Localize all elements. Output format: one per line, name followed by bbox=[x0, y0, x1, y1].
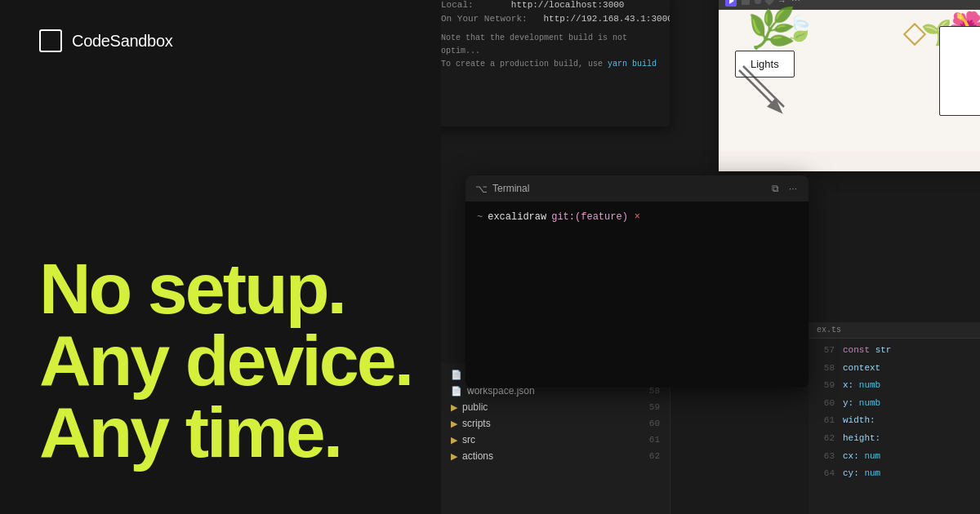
code-text: context bbox=[843, 361, 880, 376]
terminal-prompt: ~ excalidraw git:(feature) × bbox=[477, 211, 797, 223]
diamond-icon[interactable] bbox=[764, 0, 773, 6]
file-icon: 📄 bbox=[451, 370, 462, 380]
code-line-number: 63 bbox=[815, 450, 835, 464]
code-line-number: 60 bbox=[815, 397, 835, 411]
code-line-number: 58 bbox=[815, 361, 835, 376]
hero-text: No setup. Any device. Any time. bbox=[39, 253, 434, 485]
folder-icon: ▶ bbox=[451, 451, 457, 462]
code-text: cy: num bbox=[843, 467, 880, 481]
code-line: 61width: bbox=[808, 412, 980, 430]
code-line-number: 59 bbox=[815, 379, 835, 393]
figma-window: → ⋯ 🌿 🌺 🌱 🍃 Lights bbox=[719, 0, 980, 171]
code-text: cx: num bbox=[843, 450, 880, 464]
logo-text: CodeSandbox bbox=[72, 32, 172, 51]
file-name: public bbox=[462, 401, 635, 413]
code-line: 58context bbox=[808, 360, 980, 378]
terminal-window: ⌥ Terminal ⧉ ··· ~ excalidraw git:(featu… bbox=[466, 175, 808, 388]
code-line-number: 61 bbox=[815, 414, 835, 428]
code-text: x: numb bbox=[843, 379, 880, 393]
file-name: scripts bbox=[462, 418, 635, 429]
code-line: 60y: numb bbox=[808, 395, 980, 413]
right-section: Local: http://localhost:3000 On Your Net… bbox=[441, 0, 980, 514]
hero-line-3: Any time. bbox=[39, 397, 434, 468]
file-name: src bbox=[462, 434, 635, 445]
terminal-top-bar: ⌥ Terminal ⧉ ··· bbox=[466, 175, 808, 202]
code-content: 57const str58context59x: numb60y: numb61… bbox=[808, 339, 980, 486]
line-number: 61 bbox=[640, 435, 660, 445]
code-filename: ex.ts bbox=[808, 322, 980, 339]
record-icon[interactable] bbox=[755, 0, 761, 4]
figma-canvas: 🌿 🌺 🌱 🍃 Lights bbox=[719, 10, 980, 152]
plant-decoration-4: 🍃 bbox=[784, 14, 814, 42]
code-text: y: numb bbox=[843, 397, 880, 411]
file-tree-item[interactable]: ▶public59 bbox=[441, 399, 670, 415]
local-url: http://localhost:3000 bbox=[511, 0, 625, 10]
file-icon: 📄 bbox=[451, 386, 462, 397]
line-number: 60 bbox=[640, 419, 660, 428]
hero-line-1: No setup. bbox=[39, 253, 434, 325]
code-line: 64cy: num bbox=[808, 465, 980, 483]
logo-container: CodeSandbox bbox=[39, 29, 434, 52]
file-tree-item[interactable]: ▶actions62 bbox=[441, 448, 670, 464]
logo-icon bbox=[39, 29, 62, 52]
file-tree-item[interactable]: ▶scripts60 bbox=[441, 415, 670, 432]
line-number: 59 bbox=[640, 402, 660, 412]
code-text: height: bbox=[843, 432, 880, 446]
code-editor-panel: ex.ts 57const str58context59x: numb60y: … bbox=[808, 322, 980, 514]
code-text: const str bbox=[843, 343, 891, 358]
code-line: 57const str bbox=[808, 342, 980, 360]
code-line-number: 64 bbox=[815, 467, 835, 481]
white-card bbox=[939, 26, 980, 116]
prompt-arrow: ~ bbox=[477, 211, 483, 223]
terminal-icon: ⌥ bbox=[475, 183, 488, 195]
terminal-title: ⌥ Terminal bbox=[475, 183, 529, 195]
prompt-dir: excalidraw bbox=[488, 211, 546, 223]
svg-line-2 bbox=[739, 70, 780, 111]
file-name: actions bbox=[462, 450, 635, 462]
dev-server-window: Local: http://localhost:3000 On Your Net… bbox=[441, 0, 670, 126]
prompt-branch: git:(feature) bbox=[551, 211, 628, 223]
arrow-svg bbox=[731, 62, 796, 127]
dev-note: Note that the development build is not o… bbox=[441, 32, 662, 71]
terminal-body: ~ excalidraw git:(feature) × bbox=[466, 202, 808, 388]
terminal-more-button[interactable]: ··· bbox=[787, 183, 799, 194]
code-line-number: 57 bbox=[815, 343, 835, 358]
folder-icon: ▶ bbox=[451, 435, 457, 445]
code-line: 62height: bbox=[808, 430, 980, 448]
code-line: 63cx: num bbox=[808, 448, 980, 466]
network-url: http://192.168.43.1:3000 bbox=[543, 14, 670, 24]
arrow-right-icon[interactable]: → bbox=[777, 0, 786, 6]
svg-line-3 bbox=[743, 66, 784, 107]
line-number: 62 bbox=[640, 451, 660, 461]
folder-icon: ▶ bbox=[451, 419, 457, 429]
left-section: CodeSandbox No setup. Any device. Any ti… bbox=[0, 0, 474, 514]
code-line: 59x: numb bbox=[808, 377, 980, 395]
terminal-actions: ⧉ ··· bbox=[769, 183, 799, 194]
file-tree-item[interactable]: ▶src61 bbox=[441, 432, 670, 448]
code-line-number: 62 bbox=[815, 432, 835, 446]
stop-icon[interactable] bbox=[742, 0, 750, 5]
hero-line-2: Any device. bbox=[39, 325, 434, 397]
code-text: width: bbox=[843, 414, 875, 428]
terminal-restore-button[interactable]: ⧉ bbox=[769, 183, 781, 194]
play-icon[interactable] bbox=[725, 0, 737, 7]
network-label: On Your Network: bbox=[441, 14, 528, 24]
local-label: Local: bbox=[441, 0, 474, 10]
prompt-cursor: × bbox=[635, 211, 640, 223]
folder-icon: ▶ bbox=[451, 402, 457, 413]
